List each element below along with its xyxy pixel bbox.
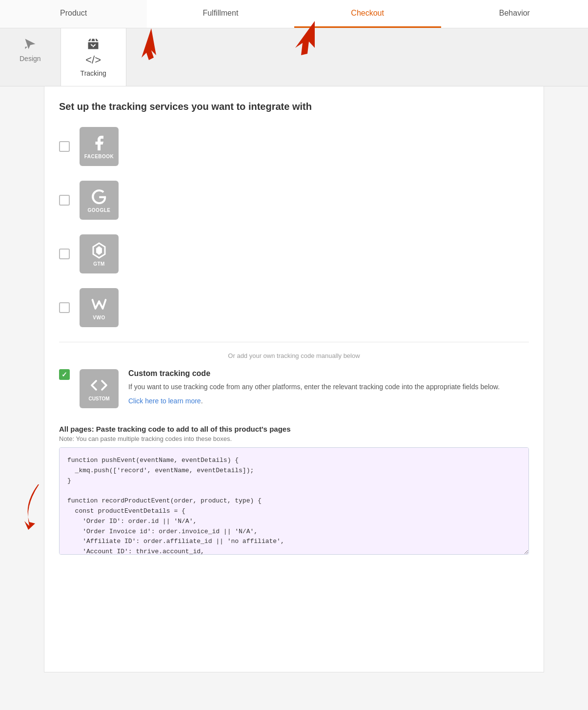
google-checkbox[interactable]	[59, 195, 70, 206]
tab-fulfillment[interactable]: Fulfillment	[147, 0, 294, 28]
all-pages-code-input[interactable]: function pushEvent(eventName, eventDetai…	[59, 447, 529, 555]
all-pages-note: Note: You can paste multiple tracking co…	[59, 435, 529, 442]
sub-tab-design-label: Design	[20, 55, 41, 63]
vwo-label: VWO	[93, 315, 105, 320]
gtm-row: GTM	[59, 234, 529, 273]
gtm-icon: GTM	[80, 234, 119, 273]
vwo-icon: VWO	[80, 288, 119, 327]
google-icon: GOOGLE	[80, 181, 119, 220]
svg-text:</>: </>	[89, 42, 98, 48]
google-label: GOOGLE	[88, 208, 111, 213]
sub-tab-design[interactable]: Design	[0, 28, 61, 86]
top-navigation: Product Fulfillment Checkout Behavior	[0, 0, 588, 28]
vwo-logo	[90, 295, 108, 313]
facebook-checkbox[interactable]	[59, 141, 70, 152]
sub-tab-tracking-label: Tracking	[81, 69, 106, 77]
tracking-icon: </>	[86, 37, 100, 51]
main-content: Set up the tracking services you want to…	[44, 86, 544, 672]
custom-icon: CUSTOM	[80, 369, 119, 408]
all-pages-title: All pages: Paste tracking code to add to…	[59, 425, 529, 433]
google-logo	[90, 188, 108, 206]
tab-product[interactable]: Product	[0, 0, 147, 28]
sub-navigation: Design </> </> Tracking	[0, 28, 588, 86]
custom-learn-more-link[interactable]: Click here to learn more	[128, 397, 201, 405]
divider-text: Or add your own tracking code manually b…	[228, 352, 360, 359]
custom-description: If you want to use tracking code from an…	[128, 382, 529, 392]
custom-link-wrap: Click here to learn more.	[128, 396, 529, 406]
custom-title: Custom tracking code	[128, 369, 529, 378]
custom-code-icon	[90, 376, 108, 394]
tab-behavior[interactable]: Behavior	[441, 0, 588, 28]
vwo-checkbox[interactable]	[59, 302, 70, 313]
custom-info: Custom tracking code If you want to use …	[128, 369, 529, 410]
sub-tab-tracking[interactable]: </> </> Tracking	[61, 28, 126, 86]
design-icon	[23, 37, 37, 51]
custom-label: CUSTOM	[88, 396, 109, 401]
all-pages-section: All pages: Paste tracking code to add to…	[59, 425, 529, 557]
vwo-row: VWO	[59, 288, 529, 327]
tab-checkout[interactable]: Checkout	[294, 0, 441, 28]
google-row: GOOGLE	[59, 181, 529, 220]
custom-checkbox[interactable]	[59, 369, 70, 380]
custom-section: CUSTOM Custom tracking code If you want …	[59, 369, 529, 410]
divider: Or add your own tracking code manually b…	[59, 342, 529, 359]
gtm-logo	[90, 242, 108, 259]
section-title: Set up the tracking services you want to…	[59, 101, 529, 112]
facebook-logo	[90, 134, 108, 152]
gtm-checkbox[interactable]	[59, 249, 70, 259]
facebook-row: FACEBOOK	[59, 127, 529, 166]
gtm-label: GTM	[93, 261, 105, 267]
facebook-icon: FACEBOOK	[80, 127, 119, 166]
facebook-label: FACEBOOK	[84, 154, 114, 159]
